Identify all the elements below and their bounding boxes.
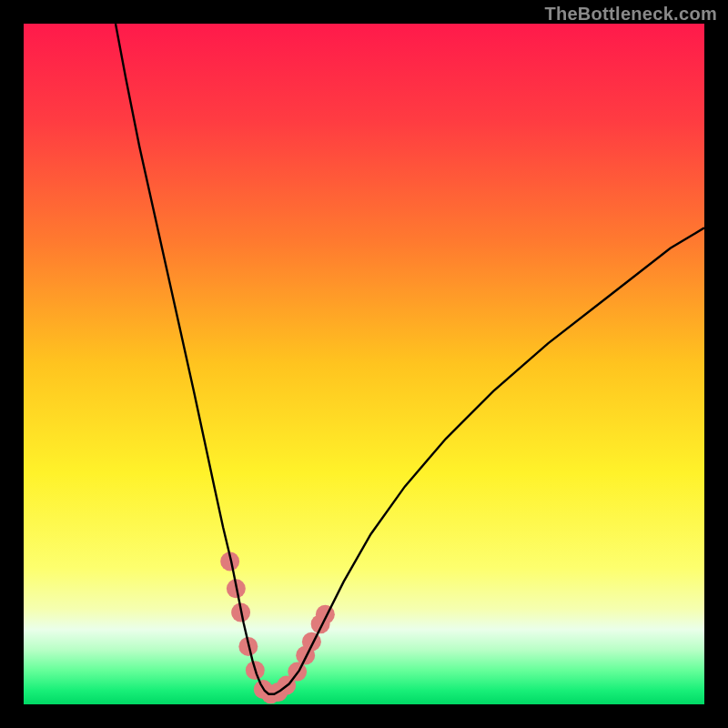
outer-frame: TheBottleneck.com	[0, 0, 728, 728]
bottleneck-curve	[116, 24, 704, 694]
watermark-label: TheBottleneck.com	[544, 4, 717, 25]
marker-dot	[316, 605, 335, 624]
chart-svg	[24, 24, 704, 704]
marker-dot	[302, 632, 321, 652]
plot-area	[24, 24, 704, 704]
highlight-markers	[220, 551, 335, 703]
